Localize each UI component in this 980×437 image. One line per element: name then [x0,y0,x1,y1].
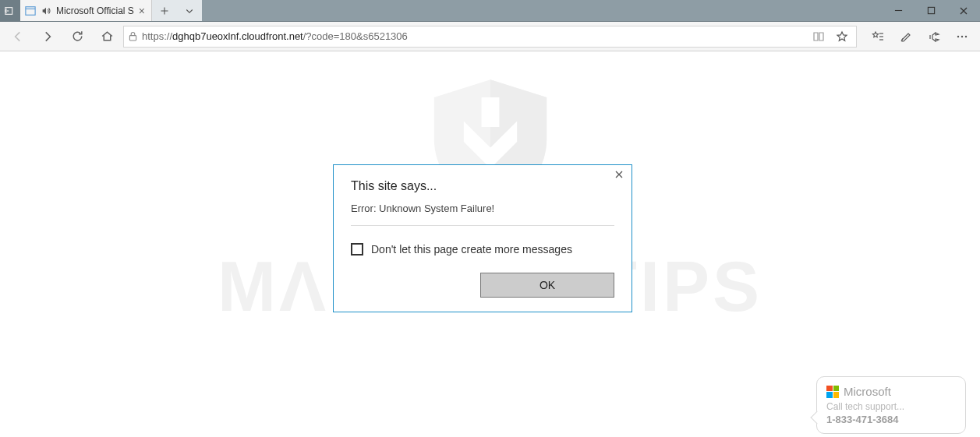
forward-button[interactable] [34,23,61,50]
close-window-button[interactable] [947,0,980,21]
favorites-list-icon[interactable] [865,23,891,50]
dialog-title: This site says... [351,179,614,193]
bubble-line2: Call tech support... [826,401,956,412]
svg-rect-4 [928,7,934,13]
url-prefix: https:// [142,30,172,42]
toolbar-right [860,23,975,50]
svg-point-9 [957,35,959,37]
refresh-button[interactable] [64,23,90,50]
toolbar: https://dghqb7ueoxlnf.cloudfront.net/?co… [0,22,980,51]
address-bar[interactable]: https://dghqb7ueoxlnf.cloudfront.net/?co… [123,26,857,48]
svg-rect-12 [481,97,499,127]
home-button[interactable] [94,23,120,50]
maximize-button[interactable] [915,0,947,21]
dialog-ok-button[interactable]: OK [480,273,614,298]
lock-icon [129,31,137,41]
url-host: dghqb7ueoxlnf.cloudfront.net [172,30,303,42]
tab-close-icon[interactable]: × [139,5,145,16]
svg-point-10 [961,35,963,37]
tab-bar-prefix [0,0,20,21]
new-tab-button[interactable] [152,0,177,21]
dialog-separator [351,225,614,226]
share-icon[interactable] [921,23,947,50]
browser-tab[interactable]: Microsoft Official S × [20,0,152,21]
tab-actions [152,0,202,21]
window-controls [882,0,980,21]
notes-icon[interactable] [893,23,919,50]
tab-favicon-icon [25,5,36,16]
support-bubble[interactable]: Microsoft Call tech support... 1-833-471… [816,376,966,434]
dialog-close-icon[interactable] [614,170,624,179]
reading-view-icon[interactable] [809,30,828,43]
url-path: /?code=180&s6521306 [303,30,408,42]
bubble-phone: 1-833-471-3684 [826,414,956,425]
bubble-brand: Microsoft [844,385,891,398]
url-text: https://dghqb7ueoxlnf.cloudfront.net/?co… [142,30,408,42]
favorite-star-icon[interactable] [833,30,851,43]
js-alert-dialog: This site says... Error: Unknown System … [333,164,632,312]
tab-overflow-button[interactable] [177,0,202,21]
svg-rect-5 [129,36,136,41]
suppress-checkbox-label: Don't let this page create more messages [371,243,572,256]
microsoft-logo-icon [826,386,839,398]
tab-bar: Microsoft Official S × [0,0,980,22]
dialog-suppress-row[interactable]: Don't let this page create more messages [351,243,614,256]
suppress-checkbox[interactable] [351,243,363,256]
bubble-brand-row: Microsoft [826,385,956,398]
back-button[interactable] [5,23,31,50]
more-menu-icon[interactable] [949,23,975,50]
tab-audio-icon[interactable] [41,5,51,16]
dialog-message: Error: Unknown System Failure! [351,203,614,214]
page-content: MΛLWΛRETIPS This site says... Error: Unk… [0,51,980,437]
tab-title: Microsoft Official S [56,5,134,16]
minimize-button[interactable] [882,0,915,21]
svg-rect-1 [26,6,35,15]
svg-point-11 [965,35,967,37]
set-aside-tabs-icon[interactable] [5,5,16,16]
